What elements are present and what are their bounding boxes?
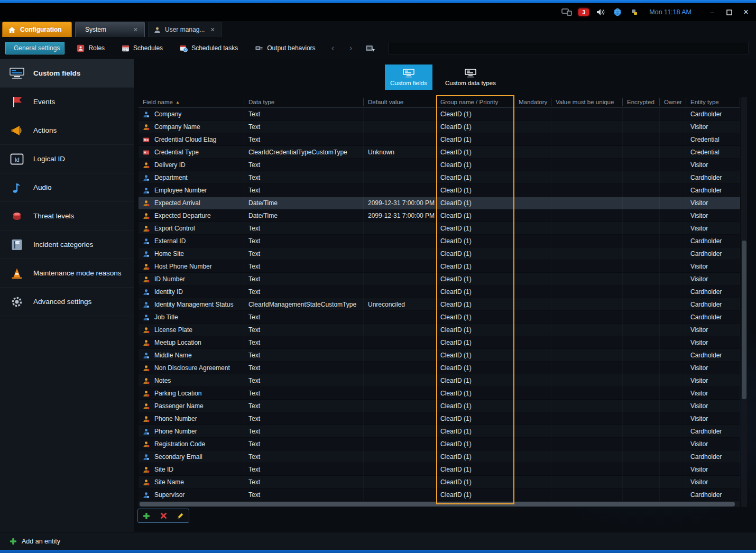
column-header-owner[interactable]: Owner [660, 98, 686, 106]
table-row[interactable]: Expected DepartureDate/Time2099-12-31 7:… [139, 209, 740, 222]
cell-encrypted [623, 171, 660, 184]
table-row[interactable]: Meetup LocationTextClearID (1)Visitor [139, 336, 740, 349]
close-tab-icon[interactable]: ✕ [209, 26, 216, 34]
table-row[interactable]: Job TitleTextClearID (1)Cardholder [139, 311, 740, 324]
table-row[interactable]: Phone NumberTextClearID (1)Cardholder [139, 425, 740, 438]
maximize-button[interactable] [722, 7, 736, 17]
column-header-encrypted[interactable]: Encrypted [623, 98, 660, 106]
table-row[interactable]: Company NameTextClearID (1)Visitor [139, 121, 740, 133]
sidebar-item-threat-levels[interactable]: Threat levels [0, 202, 134, 231]
table-row[interactable]: Expected ArrivalDate/Time2099-12-31 7:00… [139, 197, 740, 209]
column-header-label: Mandatory [519, 98, 547, 106]
toolbar-button-schedules[interactable]: Schedules [117, 42, 168, 54]
cell-default-value [364, 285, 436, 298]
table-row[interactable]: Host Phone NumberTextClearID (1)Visitor [139, 260, 740, 273]
cell-encrypted [623, 121, 660, 133]
table-row[interactable]: Employee NumberTextClearID (1)Cardholder [139, 184, 740, 197]
table-row[interactable]: CompanyTextClearID (1)Cardholder [139, 108, 740, 121]
cell-data-type: Text [244, 400, 364, 412]
view-tab-custom-fields[interactable]: Custom fields [385, 64, 432, 90]
cell-encrypted [623, 285, 660, 298]
notification-badge[interactable]: 3 [578, 8, 589, 16]
sidebar-item-maintenance-mode-reasons[interactable]: Maintenance mode reasons [0, 259, 134, 288]
field-name-text: Phone Number [154, 428, 197, 435]
cell-value-unique [551, 324, 623, 336]
table-row[interactable]: DepartmentTextClearID (1)Cardholder [139, 171, 740, 184]
speaker-icon[interactable] [595, 7, 606, 17]
column-header-entity-type[interactable]: Entity type [686, 98, 740, 106]
entity-browser-icon[interactable] [364, 42, 377, 54]
cell-field-name: Job Title [139, 311, 244, 324]
forward-arrow-button[interactable]: › [346, 43, 356, 53]
input-language-icon[interactable] [629, 7, 640, 17]
table-row[interactable]: Parking LocationTextClearID (1)Visitor [139, 387, 740, 400]
table-row[interactable]: Passenger NameTextClearID (1)Visitor [139, 400, 740, 412]
app-tab-user-manag-[interactable]: User manag...✕ [148, 22, 222, 37]
cardholder-icon [143, 454, 150, 460]
table-row[interactable]: Identity Management StatusClearIdManagem… [139, 298, 740, 311]
sidebar-item-custom-fields[interactable]: Custom fields [0, 59, 134, 88]
table-row[interactable]: Site IDTextClearID (1)Visitor [139, 463, 740, 476]
vertical-scrollbar[interactable] [741, 97, 747, 507]
clock: Mon 11:18 AM [649, 8, 692, 16]
app-tab-system[interactable]: System✕ [75, 22, 145, 37]
add-field-button[interactable] [141, 511, 152, 521]
table-row[interactable]: Credential Cloud EtagTextClearID (1)Cred… [139, 133, 740, 146]
cell-mandatory [514, 298, 551, 311]
table-row[interactable]: Phone NumberTextClearID (1)Visitor [139, 412, 740, 425]
table-row[interactable]: NotesTextClearID (1)Visitor [139, 374, 740, 387]
table-row[interactable]: External IDTextClearID (1)Cardholder [139, 235, 740, 247]
table-row[interactable]: Middle NameTextClearID (1)Cardholder [139, 349, 740, 362]
sidebar-item-actions[interactable]: Actions [0, 116, 134, 145]
sidebar-item-events[interactable]: Events [0, 88, 134, 116]
table-row[interactable]: Home SiteTextClearID (1)Cardholder [139, 247, 740, 260]
close-tab-icon[interactable]: ✕ [132, 26, 139, 34]
cell-entity-type: Visitor [686, 260, 740, 273]
column-header-value-must-be-unique[interactable]: Value must be unique [551, 98, 623, 106]
cell-encrypted [623, 108, 660, 121]
column-header-data-type[interactable]: Data type [244, 98, 364, 106]
toolbar-button-roles[interactable]: Roles [72, 42, 109, 54]
table-row[interactable]: Credential TypeClearIdCredentialTypeCust… [139, 146, 740, 159]
table-row[interactable]: Delivery IDTextClearID (1)Visitor [139, 159, 740, 171]
cell-mandatory [514, 412, 551, 425]
toolbar-button-general-settings[interactable]: General settings [5, 42, 64, 54]
back-arrow-button[interactable]: ‹ [328, 43, 338, 53]
vertical-scrollbar-thumb[interactable] [742, 241, 746, 399]
dual-monitor-icon[interactable] [561, 7, 572, 17]
column-header-field-name[interactable]: Field name▲ [139, 98, 244, 106]
add-entity-button[interactable]: Add an entity [22, 538, 60, 545]
column-header-label: Value must be unique [556, 98, 614, 106]
cell-value-unique [551, 463, 623, 476]
table-row[interactable]: ID NumberTextClearID (1)Visitor [139, 273, 740, 285]
edit-field-button[interactable] [175, 511, 186, 521]
table-row[interactable]: Registration CodeTextClearID (1)Visitor [139, 438, 740, 450]
close-button[interactable]: × [739, 7, 753, 17]
toolbar-button-output-behaviors[interactable]: Output behaviors [250, 42, 320, 54]
sidebar-item-label: Maintenance mode reasons [33, 269, 122, 277]
network-globe-icon[interactable] [612, 7, 623, 17]
app-tab-configuration[interactable]: Configuration [2, 22, 72, 37]
horizontal-scrollbar-thumb[interactable] [140, 502, 735, 506]
sidebar-item-advanced-settings[interactable]: Advanced settings [0, 288, 134, 316]
sidebar-item-incident-categories[interactable]: Incident categories [0, 231, 134, 259]
table-row[interactable]: Secondary EmailTextClearID (1)Cardholder [139, 450, 740, 463]
column-header-default-value[interactable]: Default value [364, 98, 436, 106]
sidebar-item-audio[interactable]: Audio [0, 173, 134, 202]
view-tab-custom-data-types[interactable]: Custom data types [440, 64, 501, 90]
minimize-button[interactable]: – [705, 7, 719, 17]
table-row[interactable]: License PlateTextClearID (1)Visitor [139, 324, 740, 336]
field-name-text: Credential Cloud Etag [154, 136, 216, 143]
table-row[interactable]: Export ControlTextClearID (1)Visitor [139, 222, 740, 235]
toolbar-button-scheduled-tasks[interactable]: Scheduled tasks [175, 42, 243, 54]
sidebar-item-logical-id[interactable]: IdLogical ID [0, 145, 134, 173]
horizontal-scrollbar[interactable] [139, 501, 740, 507]
cell-data-type: Text [244, 285, 364, 298]
column-header-group-name-priority[interactable]: Group name / Priority [436, 98, 514, 106]
table-row[interactable]: SupervisorTextClearID (1)Cardholder [139, 489, 740, 501]
table-row[interactable]: Site NameTextClearID (1)Visitor [139, 476, 740, 489]
delete-field-button[interactable] [158, 511, 169, 521]
table-row[interactable]: Non Disclosure AgreementTextClearID (1)V… [139, 362, 740, 374]
column-header-mandatory[interactable]: Mandatory [514, 98, 551, 106]
table-row[interactable]: Identity IDTextClearID (1)Cardholder [139, 285, 740, 298]
